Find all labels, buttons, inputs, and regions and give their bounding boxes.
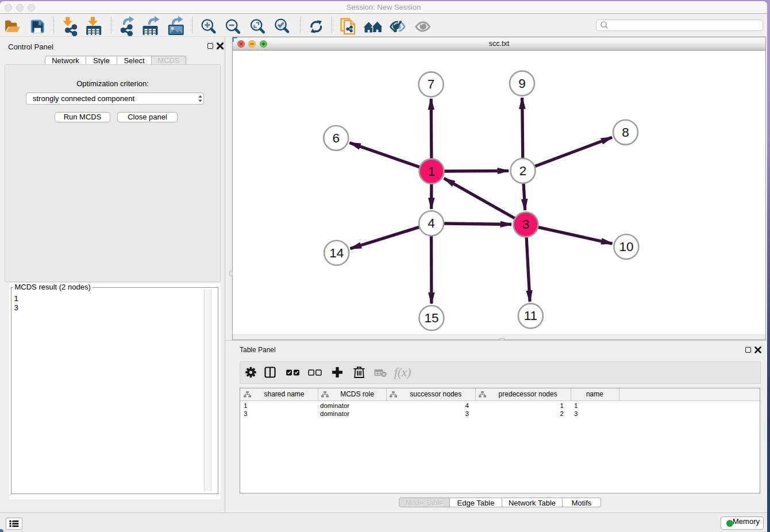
svg-text:14: 14 [329,246,344,260]
svg-text:9: 9 [518,76,526,91]
svg-text:7: 7 [428,78,435,92]
svg-text:2: 2 [519,164,527,178]
svg-text:11: 11 [524,309,537,323]
svg-text:10: 10 [619,240,633,254]
svg-text:8: 8 [622,125,629,140]
svg-text:1: 1 [428,164,436,179]
svg-text:4: 4 [428,216,435,230]
svg-text:15: 15 [424,311,438,325]
svg-text:6: 6 [333,131,340,145]
svg-text:f(x): f(x) [394,365,411,379]
svg-text:3: 3 [522,217,530,232]
